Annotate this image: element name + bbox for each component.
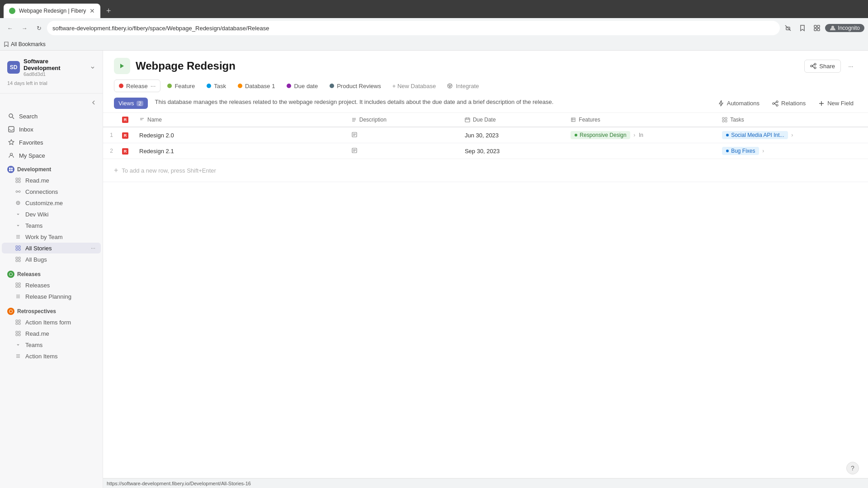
sidebar-item-devwiki[interactable]: Dev Wiki bbox=[2, 209, 101, 220]
db-tabs: Release ··· Feature Task Database 1 Due … bbox=[103, 74, 868, 92]
row-2-task-tag[interactable]: Bug Fixes bbox=[722, 147, 759, 155]
camera-off-icon[interactable] bbox=[782, 22, 794, 34]
bars-icon bbox=[14, 233, 22, 240]
address-bar[interactable]: software-development.fibery.io/fibery/sp… bbox=[47, 21, 780, 35]
row-2-tasks-chevron[interactable]: › bbox=[762, 148, 764, 154]
table-row[interactable]: 1 R Redesign 2.0 Jun 30, 2023 bbox=[103, 127, 868, 143]
row-2-duedate[interactable]: Sep 30, 2023 bbox=[459, 143, 565, 159]
sidebar-item-readme-dev[interactable]: Read.me bbox=[2, 175, 101, 186]
row-1-task-tag[interactable]: Social Media API Int... bbox=[722, 131, 788, 139]
allstories-more-icon[interactable]: ··· bbox=[91, 245, 95, 251]
task-tab-label: Task bbox=[214, 83, 226, 89]
svg-rect-15 bbox=[16, 178, 18, 180]
row-2-name[interactable]: Redesign 2.1 bbox=[134, 143, 346, 159]
release-tab-more[interactable]: ··· bbox=[151, 82, 156, 89]
sidebar-item-releases[interactable]: Releases bbox=[2, 280, 101, 291]
db-tab-database1[interactable]: Database 1 bbox=[233, 80, 280, 92]
db-tab-feature[interactable]: Feature bbox=[162, 80, 200, 92]
layout-icon[interactable] bbox=[811, 22, 823, 34]
svg-rect-52 bbox=[19, 334, 20, 336]
row-1-duedate[interactable]: Jun 30, 2023 bbox=[459, 127, 565, 143]
back-button[interactable]: ← bbox=[4, 22, 16, 34]
db-tab-duedate[interactable]: Due date bbox=[282, 80, 323, 92]
col-header-description[interactable]: Description bbox=[346, 113, 459, 127]
svg-rect-34 bbox=[16, 260, 18, 262]
sidebar-collapse-button[interactable] bbox=[88, 97, 99, 108]
bookmark-icon[interactable] bbox=[796, 22, 809, 34]
new-tab-button[interactable]: + bbox=[102, 5, 115, 17]
col-name-label: Name bbox=[147, 117, 162, 123]
sidebar-item-allbugs[interactable]: All Bugs bbox=[2, 254, 101, 265]
row-1-tasks[interactable]: Social Media API Int... › bbox=[717, 127, 868, 143]
col-header-tasks[interactable]: Tasks bbox=[717, 113, 868, 127]
col-header-name[interactable]: Name bbox=[134, 113, 346, 127]
row-1-features[interactable]: Responsive Design › In bbox=[565, 127, 717, 143]
sidebar-item-customizeme[interactable]: Customize.me bbox=[2, 197, 101, 208]
svg-line-8 bbox=[13, 117, 14, 119]
add-row[interactable]: + To add a new row, press Shift+Enter bbox=[103, 159, 868, 182]
sidebar-item-readme-retro[interactable]: Read.me bbox=[2, 328, 101, 339]
forward-button[interactable]: → bbox=[18, 22, 31, 34]
row-1-features-more[interactable]: In bbox=[639, 132, 643, 138]
duedate-tab-label: Due date bbox=[294, 83, 318, 89]
views-description: This database manages the releases relat… bbox=[155, 98, 707, 107]
releaseplanning-icon bbox=[14, 293, 22, 300]
sidebar-item-teams-retro[interactable]: Teams bbox=[2, 339, 101, 350]
db-tab-task[interactable]: Task bbox=[202, 80, 231, 92]
row-2-task-text: Bug Fixes bbox=[731, 148, 755, 154]
row-1-tasks-chevron[interactable]: › bbox=[791, 132, 793, 138]
new-database-button[interactable]: + New Database bbox=[388, 80, 440, 92]
sidebar-item-actionitemsform[interactable]: Action Items form bbox=[2, 317, 101, 328]
incognito-label: Incognito bbox=[838, 25, 860, 31]
release-tab-color bbox=[119, 84, 123, 88]
active-tab[interactable]: Webpage Redesign | Fibery ✕ bbox=[4, 4, 100, 18]
db-tab-release[interactable]: Release ··· bbox=[114, 80, 160, 92]
svg-rect-82 bbox=[725, 117, 727, 119]
col-header-features[interactable]: Features bbox=[565, 113, 717, 127]
tab-close-button[interactable]: ✕ bbox=[90, 7, 95, 14]
sidebar-item-allstories[interactable]: All Stories ··· bbox=[2, 243, 101, 253]
more-button[interactable]: ··· bbox=[844, 60, 857, 72]
workspace-info[interactable]: SD Software Development 6ad8d3d1 bbox=[5, 56, 97, 79]
new-field-button[interactable]: New Field bbox=[815, 98, 857, 109]
sidebar-item-actionitems[interactable]: Action Items bbox=[2, 351, 101, 361]
col-header-duedate[interactable]: Due Date bbox=[459, 113, 565, 127]
row-1-name[interactable]: Redesign 2.0 bbox=[134, 127, 346, 143]
table-row[interactable]: 2 R Redesign 2.1 Sep 30, 2023 bbox=[103, 143, 868, 159]
section-releases-header[interactable]: Releases bbox=[2, 269, 101, 280]
automations-button[interactable]: Automations bbox=[714, 98, 763, 109]
svg-rect-17 bbox=[16, 181, 18, 183]
add-row-cell[interactable]: + To add a new row, press Shift+Enter bbox=[103, 159, 868, 182]
help-button[interactable]: ? bbox=[846, 462, 859, 474]
incognito-button[interactable]: Incognito bbox=[825, 24, 864, 32]
row-2-features[interactable] bbox=[565, 143, 717, 159]
section-retrospectives-header[interactable]: Retrospectives bbox=[2, 306, 101, 317]
relations-button[interactable]: Relations bbox=[769, 98, 809, 109]
views-button[interactable]: Views 2 bbox=[114, 98, 148, 109]
sidebar-item-teams-dev[interactable]: Teams bbox=[2, 220, 101, 231]
row-1-feature-tag[interactable]: Responsive Design bbox=[571, 131, 630, 139]
views-count: 2 bbox=[137, 101, 143, 106]
sidebar-item-inbox[interactable]: Inbox bbox=[2, 123, 101, 136]
sidebar-item-workbyteam[interactable]: Work by Team bbox=[2, 231, 101, 242]
col-tasks-label: Tasks bbox=[730, 117, 744, 123]
refresh-button[interactable]: ↻ bbox=[33, 22, 45, 34]
sidebar-item-releaseplanning[interactable]: Release Planning bbox=[2, 291, 101, 302]
sidebar-item-favorites[interactable]: Favorites bbox=[2, 136, 101, 149]
integrate-button[interactable]: Integrate bbox=[442, 80, 483, 92]
row-1-features-chevron[interactable]: › bbox=[633, 132, 635, 138]
sidebar-item-connections[interactable]: Connections bbox=[2, 186, 101, 197]
row-2-description[interactable] bbox=[346, 143, 459, 159]
svg-rect-35 bbox=[19, 260, 20, 262]
sidebar-item-workbyteam-label: Work by Team bbox=[25, 234, 63, 240]
section-development-header[interactable]: Development bbox=[2, 164, 101, 175]
sidebar-item-search[interactable]: Search bbox=[2, 110, 101, 122]
row-1-description[interactable] bbox=[346, 127, 459, 143]
share-button[interactable]: Share bbox=[804, 60, 841, 73]
section-development-label: Development bbox=[17, 166, 51, 173]
main-content: Webpage Redesign Share ··· Release ··· F… bbox=[103, 51, 868, 488]
db-tab-productreviews[interactable]: Product Reviews bbox=[325, 80, 386, 92]
new-database-label: + New Database bbox=[392, 83, 436, 89]
row-2-tasks[interactable]: Bug Fixes › bbox=[717, 143, 868, 159]
sidebar-item-myspace[interactable]: My Space bbox=[2, 149, 101, 162]
